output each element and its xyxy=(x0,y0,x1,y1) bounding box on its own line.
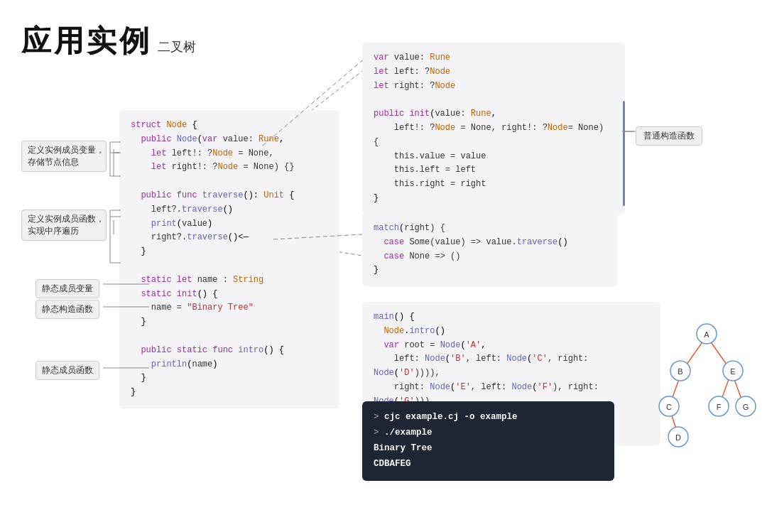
annotation-instance-func: 定义实例成员函数，实现中序遍历 xyxy=(21,210,107,241)
annotation-static-init: 静态构造函数 xyxy=(36,300,99,319)
annotation-constructor: 普通构造函数 xyxy=(636,126,702,146)
svg-text:C: C xyxy=(666,403,672,411)
page-container: 应用实例 二叉树 定义实例成员变量，存储节点信息 定义实例成员函数，实现中序遍历… xyxy=(0,0,767,532)
code-block-terminal: > cjc example.cj -o example > ./example … xyxy=(362,401,614,481)
svg-text:B: B xyxy=(678,367,682,376)
annotation-static-func: 静态成员函数 xyxy=(36,361,99,380)
svg-text:D: D xyxy=(675,433,681,442)
title-main: 应用实例 xyxy=(21,21,152,61)
code-block-top-right: var value: Rune let left: ?Node let righ… xyxy=(362,43,625,215)
tree-diagram: A B E C F G D xyxy=(653,318,760,453)
title-sub: 二叉树 xyxy=(158,38,196,55)
annotation-static-var: 静态成员变量 xyxy=(36,279,99,298)
code-block-node: struct Node { public Node(var value: Run… xyxy=(119,110,339,408)
code-block-match: match(right) { case Some(value) => value… xyxy=(362,213,618,286)
svg-text:G: G xyxy=(743,403,749,411)
svg-text:F: F xyxy=(717,403,722,411)
title-area: 应用实例 二叉树 xyxy=(21,21,196,61)
svg-text:E: E xyxy=(730,367,735,376)
svg-text:A: A xyxy=(704,330,709,339)
annotation-instance-vars: 定义实例成员变量，存储节点信息 xyxy=(21,141,107,172)
